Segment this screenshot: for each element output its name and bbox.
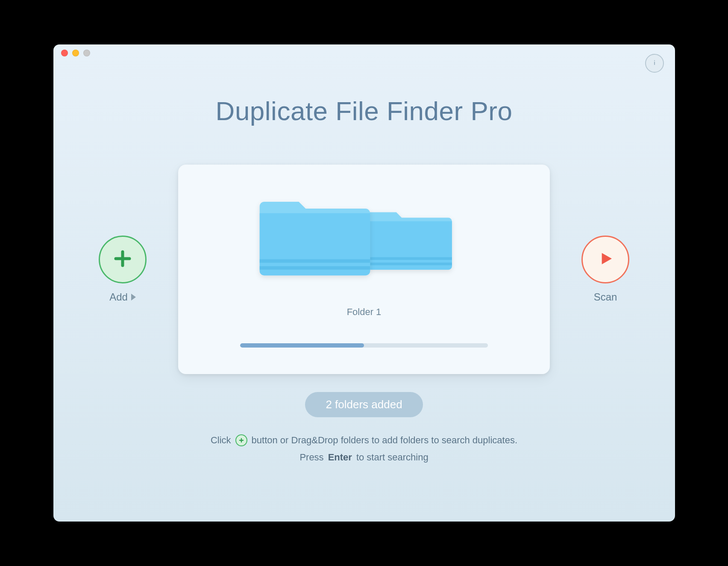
- status-pill: 2 folders added: [305, 392, 423, 417]
- plus-icon-small: [235, 434, 247, 446]
- add-button[interactable]: [99, 236, 147, 283]
- folder-icon-back: [364, 203, 454, 274]
- hint2-bold: Enter: [328, 449, 352, 466]
- svg-rect-7: [260, 266, 370, 270]
- info-icon: [650, 58, 659, 68]
- close-window-button[interactable]: [61, 50, 68, 56]
- progress-bar: [240, 343, 488, 348]
- titlebar: [53, 44, 675, 62]
- svg-rect-6: [260, 259, 370, 263]
- svg-rect-5: [366, 262, 452, 265]
- app-title: Duplicate File Finder Pro: [53, 96, 675, 126]
- folder-card[interactable]: Folder 1: [178, 165, 550, 374]
- progress-fill: [240, 343, 364, 348]
- info-button[interactable]: [645, 54, 664, 73]
- hint2-post: to start searching: [356, 449, 429, 466]
- minimize-window-button[interactable]: [72, 50, 79, 56]
- chevron-right-icon: [131, 294, 136, 301]
- maximize-window-button[interactable]: [83, 50, 90, 56]
- main-row: Add: [53, 165, 675, 374]
- hint-line-2: Press Enter to start searching: [53, 449, 675, 466]
- svg-rect-4: [366, 257, 452, 260]
- hint1-pre: Click: [211, 432, 231, 449]
- plus-icon: [112, 248, 133, 271]
- play-icon: [597, 250, 614, 269]
- hint-text: Click button or Drag&Drop folders to add…: [53, 432, 675, 466]
- traffic-lights: [61, 50, 90, 56]
- svg-point-0: [654, 60, 655, 61]
- scan-label-text: Scan: [594, 291, 617, 303]
- hint1-post: button or Drag&Drop folders to add folde…: [252, 432, 517, 449]
- hint2-pre: Press: [299, 449, 323, 466]
- folder-preview: [257, 190, 471, 297]
- app-window: Duplicate File Finder Pro Add: [53, 44, 675, 522]
- scan-button[interactable]: [581, 236, 629, 283]
- folder-icon-front: [257, 190, 373, 280]
- add-column: Add: [93, 236, 153, 303]
- add-label-text: Add: [109, 291, 128, 303]
- hint-line-1: Click button or Drag&Drop folders to add…: [53, 432, 675, 449]
- folder-name-label: Folder 1: [347, 307, 382, 318]
- add-label: Add: [109, 291, 136, 303]
- scan-label: Scan: [594, 291, 617, 303]
- scan-column: Scan: [575, 236, 635, 303]
